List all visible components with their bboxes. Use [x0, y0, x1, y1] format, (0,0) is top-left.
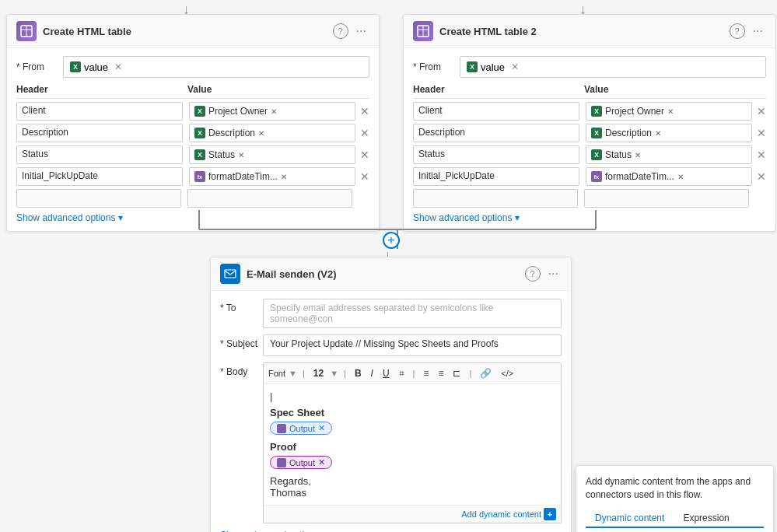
- list-ul-btn[interactable]: ≡: [435, 366, 446, 380]
- c2-row0-remove[interactable]: ✕: [667, 107, 674, 116]
- indent-btn[interactable]: ⊏: [450, 366, 464, 380]
- spec-output-remove[interactable]: ✕: [318, 423, 325, 433]
- card1-header: Create HTML table ? ···: [7, 15, 379, 48]
- toolbar-divider-4: |: [469, 369, 471, 378]
- card1-row2-value[interactable]: X Status ✕: [189, 145, 355, 164]
- link-btn[interactable]: 🔗: [477, 366, 495, 380]
- email-body-row: * Body Font ▼ | 12 ▼ | B I U ⌗ |: [220, 362, 562, 523]
- card1-empty-left[interactable]: [16, 189, 181, 208]
- size-dropdown-icon[interactable]: ▼: [330, 369, 338, 378]
- c2-row2-remove[interactable]: ✕: [635, 151, 641, 159]
- card1-from-value[interactable]: X value ✕: [63, 56, 369, 78]
- card1-help-btn[interactable]: ?: [333, 23, 348, 39]
- row1-value-text: Description: [208, 128, 255, 138]
- card1-icon: [16, 21, 37, 41]
- c2-row3-fx-icon: fx: [591, 171, 602, 182]
- tab-dynamic-content[interactable]: Dynamic content: [586, 509, 674, 528]
- card2-from-value[interactable]: X value ✕: [460, 56, 766, 78]
- card1-row1-value[interactable]: X Description ✕: [189, 124, 355, 142]
- proof-output-text: Output: [289, 458, 315, 467]
- card2-table-header: Header Value: [413, 84, 766, 99]
- italic-btn[interactable]: I: [368, 366, 376, 380]
- card2-row1-header[interactable]: Description: [413, 124, 579, 142]
- email-card-help-btn[interactable]: ?: [525, 266, 541, 282]
- card1-row2-delete[interactable]: ✕: [360, 149, 369, 161]
- row3-fx-icon: fx: [194, 171, 205, 182]
- card1-from-row: * From X value ✕: [16, 56, 369, 78]
- card2-row3-header[interactable]: Initial_PickUpDate: [413, 167, 579, 186]
- row3-remove[interactable]: ✕: [281, 173, 287, 181]
- card2-more-btn[interactable]: ···: [750, 24, 766, 38]
- row1-excel-icon: X: [194, 128, 205, 138]
- card1-row3-header[interactable]: Initial_PickUpDate: [16, 167, 183, 186]
- card1-row1-delete[interactable]: ✕: [360, 127, 369, 139]
- card1-row1-header[interactable]: Description: [16, 124, 183, 142]
- card2-row0-value[interactable]: X Project Owner ✕: [586, 102, 752, 121]
- card2-row2-value[interactable]: X Status ✕: [586, 145, 752, 164]
- email-card-body: * To Specify email addresses separated b…: [211, 291, 571, 532]
- email-body-editor[interactable]: Font ▼ | 12 ▼ | B I U ⌗ | ≡ ≡ ⊏: [263, 362, 562, 523]
- spec-sheet-section: Spec Sheet Output ✕: [270, 407, 555, 435]
- card2-empty-right[interactable]: [584, 189, 749, 208]
- row0-value-text: Project Owner: [208, 106, 268, 117]
- card1-row0-header[interactable]: Client: [16, 102, 183, 121]
- card1-row0-delete[interactable]: ✕: [360, 105, 369, 117]
- card2-row2-header[interactable]: Status: [413, 145, 579, 164]
- card2-from-clear[interactable]: ✕: [511, 61, 519, 72]
- card2-row3-delete[interactable]: ✕: [757, 170, 766, 183]
- card2-row1-delete[interactable]: ✕: [757, 127, 766, 139]
- bold-btn[interactable]: B: [352, 366, 365, 380]
- card1-row0-value[interactable]: X Project Owner ✕: [189, 102, 355, 121]
- card1-table-header: Header Value: [16, 84, 369, 99]
- row1-remove[interactable]: ✕: [258, 129, 264, 138]
- regards-text: Regards,: [270, 475, 311, 487]
- list-ol-btn[interactable]: ≡: [420, 366, 432, 380]
- email-card-more-btn[interactable]: ···: [545, 267, 562, 281]
- card2-header-col: Header: [413, 84, 578, 95]
- c2-row1-remove[interactable]: ✕: [655, 129, 661, 138]
- spec-sheet-output-tag[interactable]: Output ✕: [270, 422, 332, 435]
- card2-row0-delete[interactable]: ✕: [757, 105, 766, 117]
- font-dropdown-icon[interactable]: ▼: [289, 369, 297, 378]
- card1-more-btn[interactable]: ···: [353, 24, 369, 38]
- email-card: E-Mail senden (V2) ? ··· * To Specify em…: [210, 257, 572, 532]
- row0-remove[interactable]: ✕: [271, 107, 277, 116]
- c2-row2-excel-icon: X: [591, 149, 602, 160]
- card2-from-excel-icon: X: [467, 61, 478, 72]
- proof-output-remove[interactable]: ✕: [318, 457, 325, 467]
- editor-content[interactable]: | Spec Sheet Output ✕: [264, 384, 561, 505]
- card1-row3-value[interactable]: fx formatDateTim... ✕: [189, 167, 355, 186]
- card2-row-0: Client X Project Owner ✕ ✕: [413, 102, 766, 121]
- name-text: Thomas: [270, 487, 306, 499]
- dynamic-content-panel: Add dynamic content from the apps and co…: [576, 465, 774, 532]
- card1-row-0: Client X Project Owner ✕ ✕: [16, 102, 369, 121]
- tab-expression[interactable]: Expression: [674, 509, 738, 527]
- underline-btn[interactable]: U: [380, 366, 393, 380]
- card1-from-excel-icon: X: [70, 61, 81, 72]
- email-card-header: E-Mail senden (V2) ? ···: [211, 257, 571, 291]
- card2-empty-left[interactable]: [413, 189, 578, 208]
- email-to-input[interactable]: Specify email addresses separated by sem…: [263, 299, 562, 328]
- card1-row3-delete[interactable]: ✕: [360, 170, 369, 183]
- proof-output-tag[interactable]: Output ✕: [270, 456, 332, 469]
- card2-row2-delete[interactable]: ✕: [757, 149, 766, 161]
- c2-row3-remove[interactable]: ✕: [677, 173, 684, 181]
- code-btn[interactable]: </>: [498, 367, 516, 380]
- font-size-selector[interactable]: 12: [310, 366, 327, 380]
- card1-empty-right[interactable]: [187, 189, 352, 208]
- spec-sheet-label: Spec Sheet: [270, 407, 555, 418]
- card2-row0-header[interactable]: Client: [413, 102, 579, 121]
- name-line: Thomas: [270, 487, 555, 499]
- card2-row3-value[interactable]: fx formatDateTim... ✕: [586, 167, 752, 186]
- plus-button[interactable]: +: [383, 232, 400, 249]
- card2-help-btn[interactable]: ?: [730, 23, 745, 39]
- email-subject-input[interactable]: Your Project Update // Missing Spec Shee…: [263, 334, 562, 356]
- add-dynamic-btn[interactable]: Add dynamic content +: [461, 508, 556, 520]
- card1-row2-header[interactable]: Status: [16, 145, 183, 164]
- highlight-btn[interactable]: ⌗: [396, 366, 408, 380]
- card1-from-clear[interactable]: ✕: [114, 61, 122, 72]
- font-selector[interactable]: Font: [268, 369, 285, 378]
- row2-excel-icon: X: [194, 149, 205, 160]
- card2-row1-value[interactable]: X Description ✕: [586, 124, 752, 142]
- row2-remove[interactable]: ✕: [238, 151, 244, 159]
